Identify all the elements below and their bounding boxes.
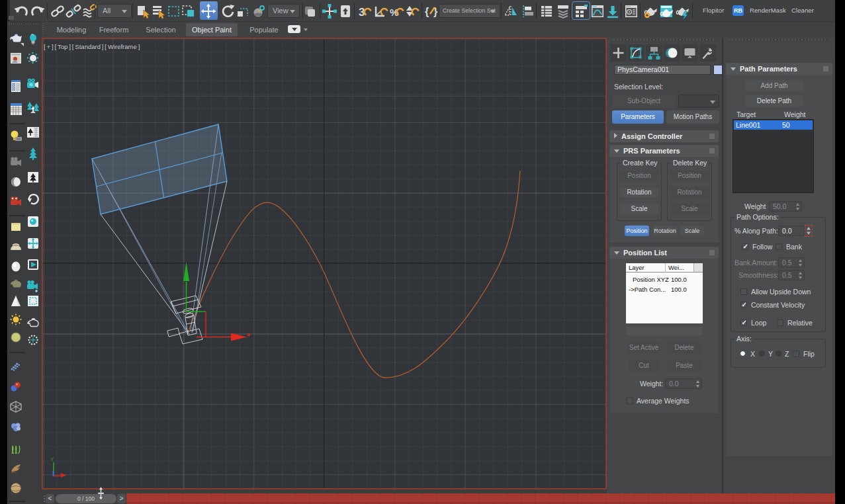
svg-text:{: { — [425, 6, 429, 17]
svg-text:HF: HF — [11, 470, 17, 474]
svg-text:Y: Y — [51, 457, 54, 462]
svg-text:O: O — [11, 491, 14, 495]
